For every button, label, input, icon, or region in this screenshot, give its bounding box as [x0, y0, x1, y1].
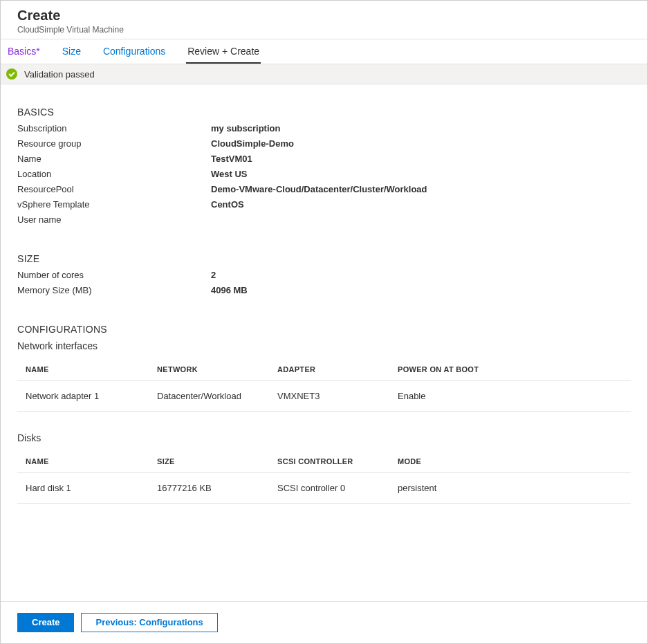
- label-memory: Memory Size (MB): [17, 285, 211, 295]
- value-resource-pool: Demo-VMware-Cloud/Datacenter/Cluster/Wor…: [211, 184, 427, 194]
- row-name: Name TestVM01: [17, 154, 631, 164]
- section-configurations-title: CONFIGURATIONS: [17, 324, 631, 335]
- row-user-name: User name: [17, 214, 631, 225]
- section-size-title: SIZE: [17, 253, 631, 264]
- value-subscription: my subscription: [211, 123, 280, 134]
- disk-header-size: SIZE: [149, 450, 269, 473]
- label-name: Name: [17, 154, 211, 164]
- review-content: BASICS Subscription my subscription Reso…: [1, 84, 647, 575]
- label-resource-pool: ResourcePool: [17, 184, 211, 194]
- row-resource-pool: ResourcePool Demo-VMware-Cloud/Datacente…: [17, 184, 631, 194]
- validation-bar: Validation passed: [1, 64, 647, 84]
- nic-header-name: NAME: [17, 358, 149, 381]
- row-resource-group: Resource group CloudSimple-Demo: [17, 138, 631, 149]
- tab-basics-label: Basics: [8, 46, 36, 57]
- label-user-name: User name: [17, 214, 211, 225]
- value-name: TestVM01: [211, 154, 252, 164]
- subhead-network-interfaces: Network interfaces: [17, 340, 631, 351]
- wizard-footer: Create Previous: Configurations: [1, 601, 647, 643]
- label-resource-group: Resource group: [17, 138, 211, 149]
- disk-header-mode: MODE: [389, 450, 631, 473]
- tab-size[interactable]: Size: [61, 39, 82, 64]
- required-asterisk: *: [36, 46, 39, 57]
- value-memory: 4096 MB: [211, 285, 248, 295]
- wizard-tabs: Basics* Size Configurations Review + Cre…: [1, 39, 647, 64]
- page-header: Create CloudSimple Virtual Machine: [1, 1, 647, 39]
- tab-review-create[interactable]: Review + Create: [186, 39, 261, 64]
- nic-name: Network adapter 1: [17, 381, 149, 412]
- page-subtitle: CloudSimple Virtual Machine: [17, 25, 631, 35]
- tab-basics[interactable]: Basics*: [6, 39, 41, 64]
- validation-message: Validation passed: [24, 69, 95, 80]
- create-button[interactable]: Create: [17, 613, 74, 632]
- check-icon: [6, 68, 17, 80]
- value-location: West US: [211, 169, 248, 179]
- row-memory: Memory Size (MB) 4096 MB: [17, 285, 631, 295]
- disk-mode: persistent: [389, 473, 631, 504]
- table-row: Hard disk 1 16777216 KB SCSI controller …: [17, 473, 631, 504]
- nic-power: Enable: [389, 381, 631, 412]
- previous-button[interactable]: Previous: Configurations: [81, 613, 217, 632]
- row-subscription: Subscription my subscription: [17, 123, 631, 134]
- nic-adapter: VMXNET3: [269, 381, 389, 412]
- nic-network: Datacenter/Workload: [149, 381, 269, 412]
- nic-header-network: NETWORK: [149, 358, 269, 381]
- disk-size: 16777216 KB: [149, 473, 269, 504]
- value-vsphere-template: CentOS: [211, 199, 244, 210]
- disks-table: NAME SIZE SCSI CONTROLLER MODE Hard disk…: [17, 450, 631, 504]
- label-vsphere-template: vSphere Template: [17, 199, 211, 210]
- table-row: Network adapter 1 Datacenter/Workload VM…: [17, 381, 631, 412]
- tab-configurations[interactable]: Configurations: [102, 39, 167, 64]
- network-interfaces-table: NAME NETWORK ADAPTER POWER ON AT BOOT Ne…: [17, 358, 631, 412]
- value-cores: 2: [211, 270, 216, 280]
- value-resource-group: CloudSimple-Demo: [211, 138, 294, 149]
- label-location: Location: [17, 169, 211, 179]
- row-location: Location West US: [17, 169, 631, 179]
- subhead-disks: Disks: [17, 432, 631, 443]
- label-cores: Number of cores: [17, 270, 211, 280]
- disk-header-scsi: SCSI CONTROLLER: [269, 450, 389, 473]
- disk-header-name: NAME: [17, 450, 149, 473]
- disk-name: Hard disk 1: [17, 473, 149, 504]
- label-subscription: Subscription: [17, 123, 211, 134]
- row-cores: Number of cores 2: [17, 270, 631, 280]
- nic-header-adapter: ADAPTER: [269, 358, 389, 381]
- section-basics-title: BASICS: [17, 107, 631, 118]
- row-vsphere-template: vSphere Template CentOS: [17, 199, 631, 210]
- page-title: Create: [17, 8, 631, 24]
- disk-scsi: SCSI controller 0: [269, 473, 389, 504]
- nic-header-power: POWER ON AT BOOT: [389, 358, 631, 381]
